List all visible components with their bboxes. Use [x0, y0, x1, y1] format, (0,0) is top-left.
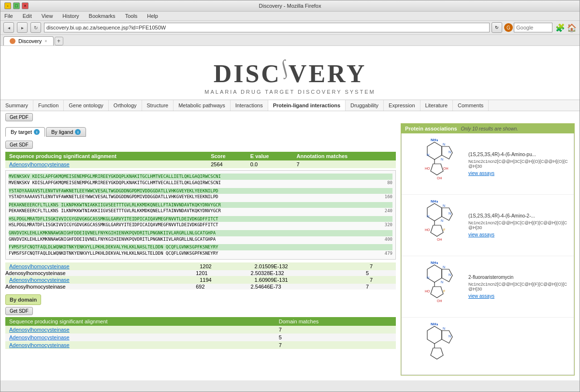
domain-header-box: By domain [5, 294, 41, 305]
svg-text:N: N [441, 158, 443, 161]
seq-num-2: 160 [378, 194, 392, 200]
tab-gene-ontology[interactable]: Gene ontology [64, 100, 109, 111]
seq-text-1a: MVENKSKV KDISLAPFGKMQMEISENEMPGLMRIREEYG… [9, 174, 392, 180]
result-evalue-0: 0.0 [246, 160, 293, 168]
seq-line-1b: MVENKSKV KDISLAPFGKMQMEISENEMPGLMRIREEYG… [9, 180, 392, 186]
seq-text-2b: YSTADYAAAAVSTLENVTVFAWKNETLEEYWWCVESALTW… [9, 194, 374, 200]
get-pdf-button[interactable]: Get PDF [5, 113, 33, 121]
forward-button[interactable]: ▸ [17, 22, 28, 33]
result-evalue-4: 2.54646E-73 [251, 284, 366, 290]
tab-literature[interactable]: Literature [420, 100, 453, 111]
sub-tab-by-ligand[interactable]: By ligand i [46, 127, 86, 137]
menu-bar: File Edit View History Bookmarks Tools H… [0, 12, 580, 21]
tab-metabolic-pathways[interactable]: Metabolic pathways [174, 100, 231, 111]
seq-line-4: HSLPDGLMRATDFLISGKIVVICGYGDVGKGCASSMKGLG… [9, 216, 392, 222]
svg-marker-24 [427, 265, 442, 282]
protein-item-1: NH₂ N N N N HO OH F [402, 195, 574, 256]
svg-marker-12 [427, 203, 442, 221]
addon-icon[interactable]: 🧩 [555, 23, 565, 32]
back-button[interactable]: ◂ [3, 22, 14, 33]
svg-text:N: N [441, 219, 443, 222]
svg-marker-41 [431, 348, 443, 359]
menu-edit[interactable]: Edit [21, 13, 34, 19]
tab-druggability[interactable]: Druggability [346, 100, 384, 111]
result-name-2[interactable]: Adenosylhomocysteinase [5, 270, 196, 276]
svg-text:N: N [449, 273, 451, 276]
svg-text:HO: HO [425, 228, 430, 232]
domain-col-header-seq: Sequence producing significant alignment [5, 317, 275, 326]
molecule-svg-0: NH₂ N N N N HO O [406, 137, 464, 190]
svg-text:N: N [427, 153, 429, 157]
by-target-info-icon[interactable]: i [34, 129, 40, 135]
result-name-0[interactable]: Adenosylhomocysteinase [5, 160, 207, 168]
menu-history[interactable]: History [60, 13, 81, 19]
seq-text-1b: MVENKSKV KDISLAPFGKMQMEISENEMPGLMRIREEYG… [9, 180, 374, 186]
seq-num-4: 320 [378, 222, 392, 228]
menu-file[interactable]: File [2, 13, 15, 19]
domain-result-name-2[interactable]: Adenosylhomocysteinase [5, 341, 275, 349]
result-name-3[interactable]: Adenosylhomocysteinase [5, 276, 196, 284]
result-score-1: 1202 [196, 262, 250, 270]
domain-table-row: Adenosylhomocysteinase 5 [5, 334, 396, 341]
domain-result-name-1[interactable]: Adenosylhomocysteinase [5, 334, 275, 341]
domain-result-name-0[interactable]: Adenosylhomocysteinase [5, 326, 275, 334]
sdf-button-row: Get SDF [5, 141, 396, 149]
svg-text:HO: HO [425, 167, 430, 170]
view-assay-0[interactable]: view assays [468, 171, 494, 176]
protein-item-0: NH₂ N N N N HO O [402, 133, 574, 195]
tab-structure[interactable]: Structure [142, 100, 174, 111]
seq-text-4a: HSLPDGLMRATDFLISGKIVVICGYGDVGKGCASSMKGLG… [9, 216, 392, 222]
tab-expression[interactable]: Expression [384, 100, 420, 111]
seq-num-5: 400 [378, 236, 392, 243]
search-input[interactable] [514, 23, 552, 32]
tab-interactions[interactable]: Interactions [231, 100, 268, 111]
left-panel: By target i By ligand i Get SDF Sequence… [5, 123, 396, 376]
browser-tab-discovery[interactable]: Discovery × [3, 36, 54, 45]
sub-tab-by-target[interactable]: By target i [5, 127, 45, 137]
seq-line-4b: HSLPDGLMRATDFLISGKIVVICGYGDVGKGCASSMKGLG… [9, 222, 392, 228]
svg-text:N: N [443, 204, 445, 207]
table-row: Adenosylhomocysteinase 2564 0.0 7 [5, 160, 396, 168]
result-evalue-2: 2.50328E-132 [251, 270, 366, 276]
tab-close-button[interactable]: × [44, 39, 47, 44]
menu-bookmarks[interactable]: Bookmarks [87, 13, 117, 19]
tab-function[interactable]: Function [33, 100, 64, 111]
protein-item-2: NH₂ N N N N HO OH F [402, 256, 574, 318]
svg-text:N: N [427, 215, 429, 218]
molecule-svg-1: NH₂ N N N N HO OH F [406, 199, 464, 252]
reload-button[interactable]: ↻ [30, 22, 41, 33]
menu-tools[interactable]: Tools [123, 13, 140, 19]
table-row: Adenosylhomocysteinase 1202 2.01509E-132… [5, 262, 396, 270]
molecule-info-1: (1S,2S,3S,4R)-4-(6-Amino-2-... Nc1nc2c1n… [468, 213, 570, 237]
seq-text-3a: PEKAKNEEERCFLTLLKNS ILKNPKKWTNIAKKIIGVSE… [9, 202, 392, 208]
menu-help[interactable]: Help [145, 13, 160, 19]
result-name-1[interactable]: Adenosylhomocysteinase [5, 262, 196, 270]
result-evalue-1: 2.01509E-132 [251, 262, 366, 270]
minimize-button[interactable]: - [4, 2, 11, 9]
view-assay-2[interactable]: view assays [468, 293, 494, 299]
by-ligand-info-icon[interactable]: i [75, 129, 81, 135]
domain-header-row: Sequence producing significant alignment… [5, 317, 396, 326]
refresh-icon[interactable]: ↻ [492, 22, 502, 33]
domain-get-sdf-button[interactable]: Get SDF [5, 307, 33, 315]
domain-result-matches-1: 5 [275, 334, 396, 341]
svg-marker-36 [427, 326, 442, 344]
maximize-button[interactable]: □ [13, 2, 20, 9]
new-tab-button[interactable]: + [55, 37, 63, 45]
seq-line-6: FVMSFSFCNQTFAQLDLWQNKDTNKYENKVYLLPKHLDEK… [9, 244, 392, 250]
get-sdf-button[interactable]: Get SDF [5, 141, 33, 149]
menu-view[interactable]: View [40, 13, 55, 19]
tab-protein-ligand[interactable]: Protein-ligand interactions [268, 100, 346, 111]
view-assay-1[interactable]: view assays [468, 232, 494, 237]
protein-assoc-body[interactable]: NH₂ N N N N HO O [401, 133, 574, 375]
seq-line-5b: GNVDVIKLEHLLKMKNNAWGNIGHFDDEIQVNELFNYKGI… [9, 236, 392, 243]
tab-orthology[interactable]: Orthology [109, 100, 142, 111]
close-button[interactable]: × [22, 2, 29, 9]
table-row: Adenosylhomocysteinase 1201 2.50328E-132… [5, 270, 396, 276]
col-header-score: Score [207, 152, 246, 160]
result-name-4[interactable]: Adenosylhomocysteinase [5, 284, 196, 290]
home-icon[interactable]: 🏠 [567, 23, 577, 32]
address-input[interactable] [44, 23, 490, 32]
tab-summary[interactable]: Summary [0, 100, 33, 111]
tab-comments[interactable]: Comments [453, 100, 489, 111]
